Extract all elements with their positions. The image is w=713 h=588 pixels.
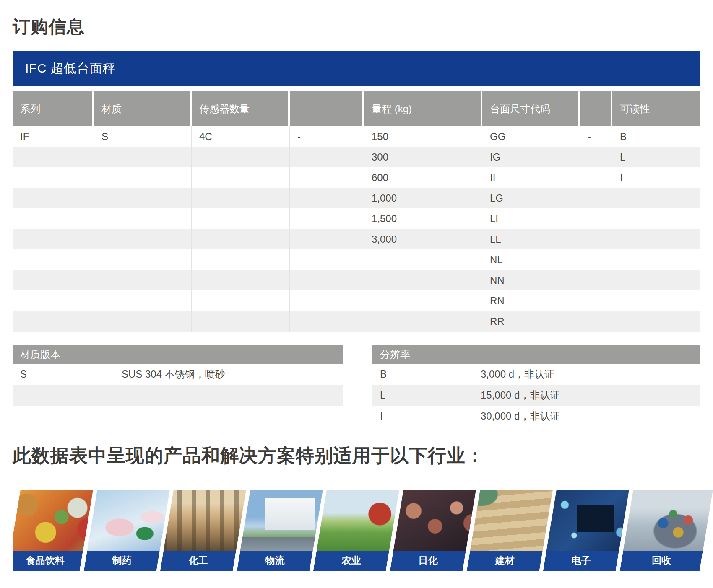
table-cell: LL <box>482 229 580 249</box>
table-cell <box>13 249 94 270</box>
industry-label-band: 化工 <box>160 551 236 571</box>
table-cell <box>94 311 192 332</box>
table-row: SSUS 304 不锈钢，喷砂 <box>13 364 343 385</box>
table-cell <box>364 290 482 311</box>
table-row: 1,500LI <box>13 208 700 229</box>
industry-tile-pharma: 制药 <box>84 490 170 571</box>
column-header-spacer2 <box>580 91 612 126</box>
industry-label-band: 日化 <box>390 551 466 571</box>
table-cell <box>580 270 612 290</box>
table-cell: 15,000 d，非认证 <box>473 385 700 406</box>
industries-heading: 此数据表中呈现的产品和解决方案特别适用于以下行业： <box>13 443 484 468</box>
table-row: RR <box>13 311 700 332</box>
food-beverage-photo <box>13 490 93 551</box>
table-cell: 3,000 d，非认证 <box>473 364 700 385</box>
column-header-material: 材质 <box>94 91 192 126</box>
table-cell: 30,000 d，非认证 <box>473 406 700 427</box>
building-materials-photo <box>470 490 553 551</box>
table-cell <box>192 290 290 311</box>
daily-chemical-photo-image <box>393 490 476 551</box>
table-cell <box>94 147 192 167</box>
table-cell <box>612 290 700 311</box>
table-cell: I <box>612 167 700 188</box>
table-cell <box>13 229 94 249</box>
table-cell: 1,500 <box>364 208 482 229</box>
table-cell <box>612 249 700 270</box>
table-cell: IG <box>482 147 580 167</box>
logistics-photo <box>240 490 323 551</box>
table-cell: I <box>372 406 473 427</box>
table-cell <box>94 270 192 290</box>
table-cell: SUS 304 不锈钢，喷砂 <box>114 364 343 385</box>
table-cell: S <box>94 126 192 147</box>
table-cell <box>94 249 192 270</box>
chemical-photo <box>164 490 246 551</box>
industry-tile-chemical: 化工 <box>160 490 246 571</box>
table-cell <box>290 188 364 208</box>
logistics-photo-image <box>240 490 323 551</box>
industry-label: 化工 <box>162 551 234 570</box>
column-header-readability: 可读性 <box>612 91 700 126</box>
table-cell <box>13 385 114 406</box>
industry-label: 电子 <box>545 551 617 570</box>
table-cell <box>114 385 343 406</box>
table-row: 3,000LL <box>13 229 700 249</box>
table-cell <box>290 290 364 311</box>
table-cell <box>13 208 94 229</box>
industry-label: 制药 <box>86 551 158 570</box>
table-cell <box>192 249 290 270</box>
table-cell <box>612 188 700 208</box>
industry-label: 农业 <box>315 551 388 570</box>
table-cell <box>290 167 364 188</box>
ordering-table: 系列 材质 传感器数量 量程 (kg) 台面尺寸代码 可读性 IFS4C-150… <box>13 91 700 332</box>
industry-label: 食品饮料 <box>13 551 81 570</box>
table-cell <box>290 229 364 249</box>
table-cell: S <box>13 364 114 385</box>
industry-label-band: 电子 <box>543 551 619 571</box>
table-cell: 150 <box>364 126 482 147</box>
table-cell <box>580 249 612 270</box>
industries-strip: 食品饮料 制药 化工 物流 农业 日化 建材 电子 <box>13 490 713 572</box>
chemical-photo-image <box>164 490 246 551</box>
industry-label-band: 建材 <box>467 551 543 571</box>
material-version-table-body: SSUS 304 不锈钢，喷砂 <box>13 364 343 427</box>
table-cell: 600 <box>364 167 482 188</box>
table-cell <box>192 167 290 188</box>
table-row: RN <box>13 290 700 311</box>
table-cell <box>94 188 192 208</box>
recycling-photo <box>623 490 713 551</box>
table-cell: - <box>580 126 612 147</box>
table-cell <box>192 229 290 249</box>
industry-label-band: 食品饮料 <box>13 551 83 571</box>
table-row: NN <box>13 270 700 290</box>
industry-label: 建材 <box>468 551 541 570</box>
resolution-table-header: 分辨率 <box>372 345 700 364</box>
product-banner: IFC 超低台面秤 <box>13 51 700 86</box>
agriculture-photo-image <box>317 490 399 551</box>
table-cell <box>192 311 290 332</box>
table-cell: B <box>372 364 473 385</box>
industry-tile-logistics: 物流 <box>237 490 323 571</box>
table-cell: NL <box>482 249 580 270</box>
table-row: B3,000 d，非认证 <box>372 364 700 385</box>
table-cell <box>580 208 612 229</box>
product-banner-title: IFC 超低台面秤 <box>13 60 116 77</box>
table-cell <box>192 147 290 167</box>
industry-tile-building-materials: 建材 <box>467 490 553 571</box>
table-cell: L <box>612 147 700 167</box>
industry-tile-electronics: 电子 <box>543 490 629 571</box>
table-cell <box>290 311 364 332</box>
industry-label-band: 农业 <box>313 551 389 571</box>
table-cell: LI <box>482 208 580 229</box>
table-cell <box>94 208 192 229</box>
table-cell <box>13 311 94 332</box>
table-row <box>13 406 343 427</box>
table-cell <box>192 208 290 229</box>
column-header-capacity: 量程 (kg) <box>364 91 482 126</box>
agriculture-photo <box>317 490 399 551</box>
column-header-loadcells: 传感器数量 <box>192 91 290 126</box>
table-cell <box>94 229 192 249</box>
table-cell: NN <box>482 270 580 290</box>
ordering-table-body: IFS4C-150GG-B 300IGL 600III 1,000LG 1,50… <box>13 126 700 332</box>
table-cell: 3,000 <box>364 229 482 249</box>
